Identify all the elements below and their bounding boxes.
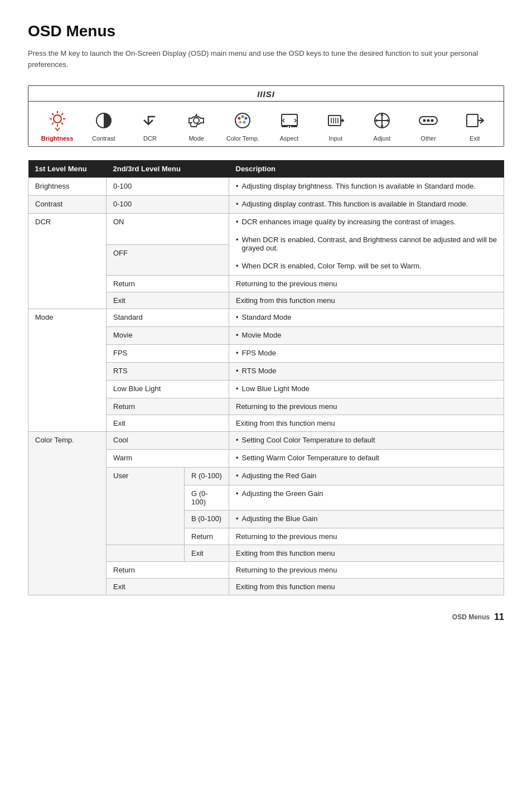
menu-level2: Exit <box>107 292 229 309</box>
osd-mode-label: Mode <box>188 135 204 142</box>
menu-desc: Adjusting the Red Gain <box>229 468 504 485</box>
svg-point-10 <box>194 118 199 123</box>
brightness-icon <box>45 108 70 133</box>
menu-desc: Exiting from this function menu <box>229 415 504 432</box>
menu-desc: Standard Mode <box>229 309 504 327</box>
menu-level2: User <box>107 468 185 545</box>
menu-level2: ON <box>107 214 229 245</box>
osd-icon-mode: Mode <box>180 108 213 142</box>
page-subtitle: Press the M key to launch the On-Screen … <box>28 48 504 70</box>
svg-rect-21 <box>328 115 341 126</box>
svg-rect-34 <box>467 114 478 127</box>
menu-level3: R (0-100) <box>185 468 229 485</box>
menu-level3: Exit <box>185 545 229 562</box>
adjust-icon <box>370 108 394 133</box>
dcr-icon <box>138 108 162 133</box>
osd-icons-row: Brightness Contrast DCR <box>28 102 504 146</box>
osd-brightness-label: Brightness <box>41 135 73 142</box>
osd-bar: IIISI Brightness <box>28 85 504 147</box>
input-icon <box>323 108 348 133</box>
menu-level2: FPS <box>107 345 229 363</box>
menu-desc: FPS Mode <box>229 345 504 363</box>
osd-exit-label: Exit <box>470 135 480 142</box>
svg-point-0 <box>54 115 61 123</box>
osd-icon-aspect: Aspect <box>273 108 306 142</box>
menu-desc: Setting Warm Color Temperature to defaul… <box>229 450 504 468</box>
page-number: 11 <box>494 612 504 622</box>
osd-icon-brightness: Brightness <box>41 108 74 142</box>
table-row: DCR ON DCR enhances image quality by inc… <box>28 214 504 245</box>
svg-point-14 <box>245 117 248 120</box>
menu-level2: Exit <box>107 415 229 432</box>
svg-line-5 <box>52 113 54 115</box>
menu-desc: Adjusting the Blue Gain <box>229 511 504 528</box>
table-row: Mode Standard Standard Mode <box>28 309 504 327</box>
menu-level2: Cool <box>107 432 229 450</box>
svg-line-6 <box>61 123 63 124</box>
osd-icon-colortemp: Color Temp. <box>226 108 259 142</box>
menu-level3: B (0-100) <box>185 511 229 528</box>
osd-input-label: Input <box>328 135 342 142</box>
menu-level1: Color Temp. <box>28 432 107 595</box>
footer-label: OSD Menus <box>452 613 490 621</box>
menu-desc: Returning to the previous menu <box>229 276 504 292</box>
colortemp-icon <box>230 108 255 133</box>
menu-desc: Returning to the previous menu <box>229 528 504 545</box>
table-row: Color Temp. Cool Setting Cool Color Temp… <box>28 432 504 450</box>
osd-other-label: Other <box>420 135 436 142</box>
menu-desc: Exiting from this function menu <box>229 545 504 562</box>
menu-level2: Exit <box>107 579 229 595</box>
osd-colortemp-label: Color Temp. <box>226 135 259 142</box>
menu-level2: 0-100 <box>107 196 229 214</box>
svg-point-32 <box>427 119 430 122</box>
svg-point-15 <box>243 121 246 124</box>
menu-level1: Contrast <box>28 196 107 214</box>
menu-level2: Return <box>107 562 229 579</box>
table-row: Brightness 0-100 Adjusting display brigh… <box>28 178 504 196</box>
svg-point-12 <box>238 117 241 120</box>
osd-brand: IIISI <box>28 86 504 102</box>
menu-level2: 0-100 <box>107 178 229 196</box>
osd-icon-adjust: Adjust <box>365 108 399 142</box>
svg-point-13 <box>241 115 244 118</box>
menu-desc: Adjusting the Green Gain <box>229 485 504 511</box>
menu-level2: OFF <box>107 244 229 276</box>
osd-icon-exit: Exit <box>458 108 491 142</box>
svg-line-8 <box>52 123 54 124</box>
menu-desc: Exiting from this function menu <box>229 579 504 595</box>
svg-point-16 <box>239 121 242 124</box>
osd-icon-contrast: Contrast <box>87 108 120 142</box>
menu-level2: Low Blue Light <box>107 381 229 398</box>
table-header-1st: 1st Level Menu <box>28 160 107 178</box>
svg-line-7 <box>61 113 63 115</box>
svg-point-31 <box>423 119 426 122</box>
aspect-icon <box>277 108 302 133</box>
page-footer: OSD Menus 11 <box>28 612 504 622</box>
exit-icon <box>462 108 487 133</box>
menu-desc: RTS Mode <box>229 363 504 381</box>
osd-icon-other: Other <box>412 108 445 142</box>
menu-level2: Return <box>107 276 229 292</box>
menu-level2: RTS <box>107 363 229 381</box>
page-title: OSD Menus <box>28 22 504 40</box>
menu-level2: Standard <box>107 309 229 327</box>
menu-desc: DCR enhances image quality by increasing… <box>229 214 504 276</box>
menu-table: 1st Level Menu 2nd/3rd Level Menu Descri… <box>28 160 504 595</box>
menu-level2 <box>107 545 185 562</box>
contrast-icon <box>91 108 116 133</box>
menu-level3: Return <box>185 528 229 545</box>
osd-adjust-label: Adjust <box>374 135 391 142</box>
menu-desc: Returning to the previous menu <box>229 562 504 579</box>
menu-desc: Adjusting display contrast. This functio… <box>229 196 504 214</box>
menu-level1: Brightness <box>28 178 107 196</box>
menu-level1: Mode <box>28 309 107 432</box>
menu-level1: DCR <box>28 214 107 309</box>
menu-desc: Adjusting display brightness. This funct… <box>229 178 504 196</box>
osd-icon-dcr: DCR <box>133 108 167 142</box>
table-row: Contrast 0-100 Adjusting display contras… <box>28 196 504 214</box>
menu-desc: Returning to the previous menu <box>229 398 504 415</box>
menu-desc: Movie Mode <box>229 327 504 345</box>
menu-level3: G (0-100) <box>185 485 229 511</box>
osd-aspect-label: Aspect <box>280 135 299 142</box>
other-icon <box>416 108 441 133</box>
